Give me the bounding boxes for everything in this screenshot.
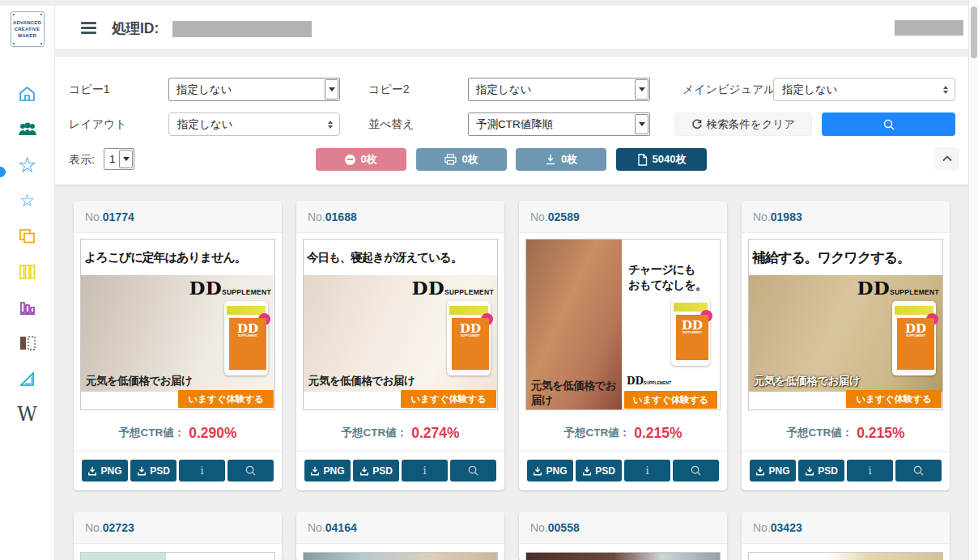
sidebar-item-chart[interactable] [18, 299, 36, 316]
download-icon [87, 466, 97, 476]
sidebar: ADVANCED CREATIVE MAKER ☆ ☆ [0, 6, 55, 560]
download-icon [755, 466, 765, 476]
card-no-prefix: No. [753, 521, 771, 534]
download-png-button[interactable]: PNG [304, 460, 351, 482]
info-button[interactable]: i [402, 460, 448, 482]
sidebar-item-pages[interactable] [18, 334, 37, 352]
ad-headline: チャージにも おもてなしを。 [622, 262, 720, 293]
download-count-button[interactable]: 0枚 [516, 148, 606, 171]
ad-creative[interactable]: 補給する。ワクワクする。 DDSUPPLEMENT DDSUPPLEMENT 元… [748, 239, 943, 410]
total-count: 5040枚 [653, 152, 687, 167]
download-icon [805, 466, 814, 476]
total-count-button[interactable]: 5040枚 [616, 148, 707, 171]
cta-button: いますぐ体験する [624, 391, 717, 409]
sidebar-item-home[interactable] [18, 85, 36, 103]
layout-label: レイアウト [69, 117, 127, 132]
download-icon [582, 466, 592, 476]
display-count-value: 1 [104, 153, 119, 165]
updown-arrow-icon [328, 121, 333, 129]
creative-card: No.01774 よろこびに定年はありません。 DDSUPPLEMENT DDS… [74, 201, 282, 490]
card-no-prefix: No. [530, 210, 548, 223]
sidebar-item-columns[interactable] [18, 263, 36, 281]
sort-select[interactable]: 予測CTR値降順 [468, 112, 650, 136]
sidebar-item-favorites[interactable]: ☆ [17, 156, 36, 174]
layout-select[interactable]: 指定しない [168, 112, 340, 136]
download-psd-button[interactable]: PSD [353, 460, 399, 482]
card-no-prefix: No. [85, 521, 103, 534]
updown-arrow-icon [943, 86, 948, 94]
star-icon: ☆ [17, 156, 36, 174]
clear-search-button[interactable]: 検索条件をクリア [674, 112, 812, 136]
cta-row: いますぐ体験する [304, 392, 498, 409]
ad-text-pane: チャージにも おもてなしを。 DDSUPPLEMENT DDSUPPLEMENT… [622, 240, 720, 410]
info-icon: i [645, 465, 648, 477]
sidebar-item-favorites-alt[interactable]: ☆ [19, 192, 35, 210]
scrollbar-thumb[interactable] [971, 6, 977, 58]
ad-photo: DDSUPPLEMENT DDSUPPLEMENT 元気を低価格でお届け [81, 275, 275, 393]
ad-headline: よろこびに定年はありません。 [81, 240, 274, 275]
info-icon: i [868, 465, 871, 477]
sidebar-item-users[interactable] [18, 121, 37, 138]
ad-photo: DDSUPPLEMENT DDSUPPLEMENT 元気を低価格でお届け [304, 275, 498, 393]
display-label: 表示: [69, 153, 95, 168]
download-png-button[interactable]: PNG [527, 460, 573, 482]
download-psd-button[interactable]: PSD [130, 460, 176, 482]
search-button[interactable] [822, 112, 955, 136]
card-grid: No.01774 よろこびに定年はありません。 DDSUPPLEMENT DDS… [74, 201, 950, 490]
ad-creative[interactable]: 今日も、寝起きが冴えている。 DDSUPPLEMENT DDSUPPLEMENT… [303, 239, 498, 410]
card-no-prefix: No. [85, 210, 103, 223]
copy1-select[interactable]: 指定しない [168, 78, 340, 101]
refresh-icon [691, 119, 703, 130]
sidebar-item-copies[interactable] [18, 227, 36, 245]
download-png-button[interactable]: PNG [82, 460, 128, 482]
pages-icon [18, 334, 37, 352]
display-count-select[interactable]: 1 [104, 148, 134, 170]
collapse-panel-button[interactable] [934, 147, 959, 170]
card-no: 01983 [771, 210, 802, 223]
download-psd-button[interactable]: PSD [798, 460, 844, 482]
info-button[interactable]: i [179, 460, 225, 482]
hamburger-menu-icon[interactable] [81, 22, 96, 34]
info-button[interactable]: i [847, 460, 893, 482]
ad-headline: 補給する。ワクワクする。 [749, 240, 942, 275]
ctr-label: 予想CTR値： [786, 426, 853, 440]
ad-creative[interactable]: よろこびに定年はありません。 DDSUPPLEMENT DDSUPPLEMENT… [80, 239, 275, 410]
download-count: 0枚 [561, 152, 577, 167]
users-icon [18, 121, 37, 138]
sidebar-item-ruler[interactable] [18, 370, 36, 388]
card-no-prefix: No. [753, 210, 771, 223]
scrollbar[interactable] [968, 0, 978, 560]
card-grid-row2: No.02723 No.04164 No.00558 No.03423 [74, 511, 950, 560]
ctr-label: 予想CTR値： [341, 426, 407, 440]
filter-panel: コピー1 指定しない コピー2 指定しない メインビジュアル 指定しない レイア… [55, 57, 968, 185]
download-icon [545, 154, 556, 165]
download-png-button[interactable]: PNG [750, 460, 796, 482]
card-no-prefix: No. [308, 521, 325, 534]
sidebar-item-wiki[interactable]: W [17, 405, 37, 423]
preview-button[interactable] [895, 460, 942, 482]
ad-creative[interactable]: 元気を低価格でお届け チャージにも おもてなしを。 DDSUPPLEMENT D… [525, 239, 721, 410]
card-actions: PNG PSD i [296, 451, 504, 490]
ctr-row: 予想CTR値： 0.215% [742, 415, 950, 451]
print-count-button[interactable]: 0枚 [416, 148, 507, 171]
top-strip [0, 0, 968, 6]
info-icon: i [200, 465, 203, 477]
preview-button[interactable] [673, 460, 719, 482]
preview-button[interactable] [227, 460, 274, 482]
card-actions: PNG PSD i [74, 451, 282, 490]
main-visual-select[interactable]: 指定しない [773, 78, 955, 101]
info-button[interactable]: i [624, 460, 670, 482]
card-actions: PNG PSD i [519, 451, 727, 490]
cta-row: いますぐ体験する [81, 392, 275, 409]
app-logo[interactable]: ADVANCED CREATIVE MAKER [11, 11, 45, 47]
ctr-value: 0.274% [411, 425, 459, 442]
creative-card: No.01688 今日も、寝起きが冴えている。 DDSUPPLEMENT DDS… [296, 201, 504, 490]
download-icon [310, 466, 320, 476]
copy2-label: コピー2 [368, 83, 409, 97]
download-icon [533, 466, 542, 476]
copy2-select[interactable]: 指定しない [468, 78, 650, 101]
download-psd-button[interactable]: PSD [576, 460, 622, 482]
excluded-count-button[interactable]: 0枚 [316, 148, 406, 171]
card-media: 今日も、寝起きが冴えている。 DDSUPPLEMENT DDSUPPLEMENT… [296, 233, 504, 415]
preview-button[interactable] [450, 460, 496, 482]
